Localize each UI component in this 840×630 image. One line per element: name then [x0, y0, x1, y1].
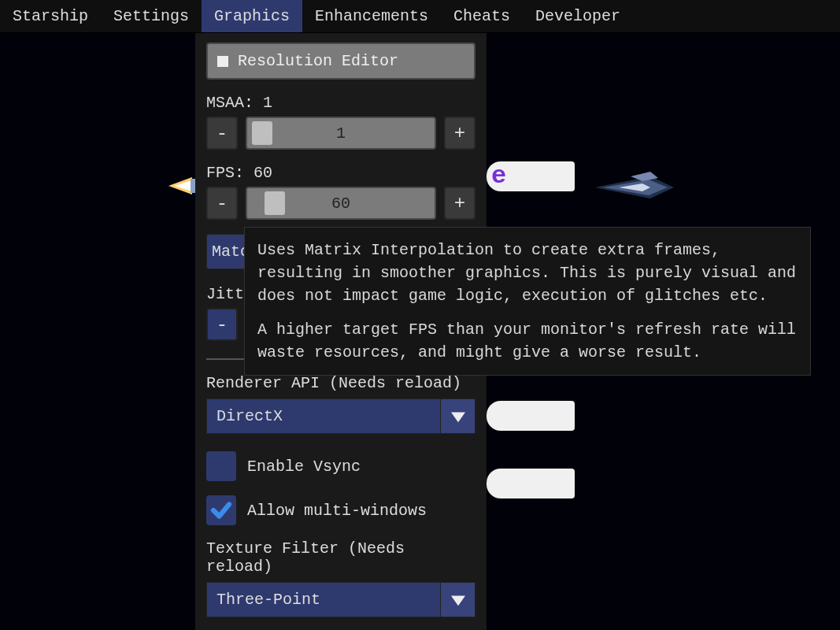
- slider-thumb[interactable]: [252, 121, 272, 145]
- fps-label: FPS: 60: [206, 164, 476, 182]
- check-icon: [209, 498, 233, 522]
- texfilter-dropdown[interactable]: Three-Point: [206, 582, 476, 617]
- msaa-slider[interactable]: 1: [246, 117, 436, 150]
- msaa-increment-button[interactable]: +: [444, 117, 476, 150]
- menu-label: Starship: [13, 7, 88, 25]
- menu-label: Enhancements: [315, 7, 428, 25]
- menu-developer[interactable]: Developer: [523, 0, 633, 32]
- resolution-editor-button[interactable]: Resolution Editor: [206, 43, 476, 80]
- minus-icon: -: [216, 123, 228, 144]
- slider-thumb[interactable]: [265, 191, 285, 215]
- msaa-label: MSAA: 1: [206, 94, 476, 112]
- ship-sprite: [595, 172, 674, 203]
- svg-marker-8: [451, 595, 465, 606]
- resolution-editor-label: Resolution Editor: [238, 52, 398, 70]
- menu-cheats[interactable]: Cheats: [441, 0, 523, 32]
- msaa-stepper: - 1 +: [206, 117, 476, 150]
- fps-tooltip: Uses Matrix Interpolation to create extr…: [244, 227, 811, 376]
- menu-label: Cheats: [453, 7, 510, 25]
- menu-button-behind: [487, 161, 575, 191]
- menu-label: Graphics: [214, 7, 290, 25]
- fps-stepper: - 60 +: [206, 187, 476, 220]
- vsync-checkbox[interactable]: [206, 451, 236, 481]
- menu-label: Settings: [113, 7, 189, 25]
- multiwindows-label: Allow multi-windows: [247, 502, 427, 520]
- renderer-dropdown[interactable]: DirectX: [206, 398, 476, 434]
- multiwindows-checkbox[interactable]: [206, 495, 236, 525]
- renderer-label: Renderer API (Needs reload): [206, 374, 476, 392]
- menu-button-behind: [487, 469, 575, 498]
- fps-decrement-button[interactable]: -: [206, 187, 238, 220]
- menu-button-behind: [487, 401, 575, 431]
- menu-graphics[interactable]: Graphics: [202, 0, 302, 32]
- fps-slider[interactable]: 60: [246, 187, 436, 220]
- menu-label: Developer: [535, 7, 620, 25]
- fps-value: 60: [331, 195, 350, 213]
- menu-starship[interactable]: Starship: [0, 0, 101, 32]
- window-icon: [217, 56, 228, 67]
- jitter-decrement-button[interactable]: -: [206, 308, 238, 341]
- plus-icon: +: [454, 193, 465, 214]
- menu-settings[interactable]: Settings: [101, 0, 202, 32]
- plus-icon: +: [454, 123, 465, 144]
- minus-icon: -: [216, 314, 228, 335]
- texfilter-label: Texture Filter (Needs reload): [206, 539, 476, 576]
- menubar: Starship Settings Graphics Enhancements …: [0, 0, 840, 33]
- fps-increment-button[interactable]: +: [444, 187, 476, 220]
- minus-icon: -: [216, 193, 228, 214]
- msaa-decrement-button[interactable]: -: [206, 117, 238, 150]
- dropdown-arrow[interactable]: [441, 582, 476, 617]
- msaa-value: 1: [336, 124, 346, 143]
- dropdown-arrow[interactable]: [441, 398, 476, 434]
- vsync-label: Enable Vsync: [247, 458, 361, 476]
- chevron-down-icon: [451, 410, 465, 424]
- tooltip-text: A higher target FPS than your monitor's …: [257, 318, 797, 364]
- chevron-down-icon: [451, 593, 465, 607]
- tooltip-text: Uses Matrix Interpolation to create extr…: [257, 239, 797, 307]
- texfilter-value: Three-Point: [206, 582, 441, 617]
- renderer-value: DirectX: [206, 398, 441, 434]
- menu-enhancements[interactable]: Enhancements: [302, 0, 441, 32]
- svg-marker-7: [451, 412, 465, 422]
